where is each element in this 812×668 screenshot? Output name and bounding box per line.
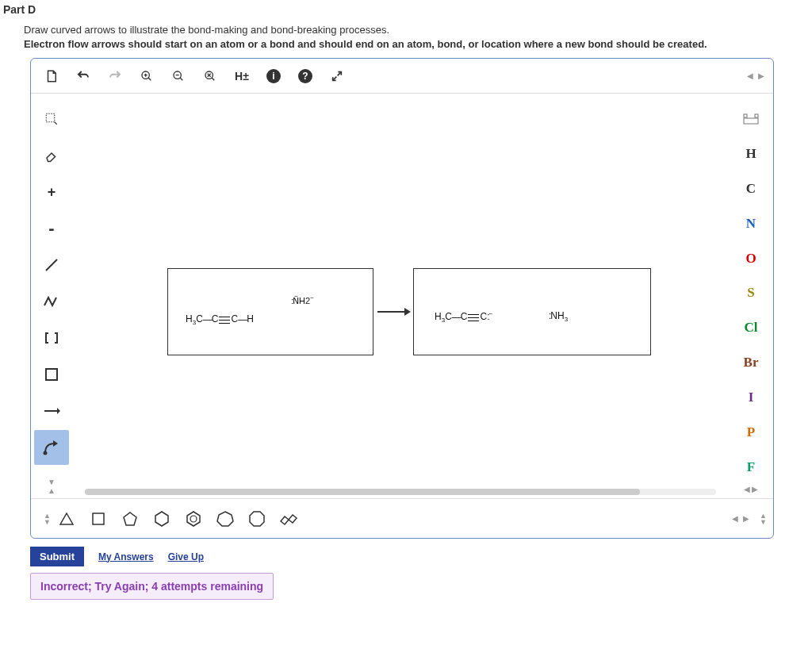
toolbar-prev-icon[interactable]: ◀ xyxy=(745,71,756,80)
svg-marker-8 xyxy=(53,440,58,447)
zoom-reset-icon[interactable] xyxy=(196,62,224,90)
periodic-table-icon[interactable] xyxy=(733,102,769,136)
minus-charge-icon[interactable]: - xyxy=(34,211,69,246)
heptagon-ring-icon[interactable] xyxy=(209,503,241,535)
svg-rect-3 xyxy=(46,113,55,122)
product-ammonia[interactable]: :NH3 xyxy=(549,310,568,323)
svg-marker-21 xyxy=(217,512,233,526)
my-answers-link[interactable]: My Answers xyxy=(98,551,154,562)
marquee-tool-icon[interactable] xyxy=(34,102,69,136)
amide-reagent[interactable]: :N̈H2− xyxy=(291,294,314,306)
chain-tool-icon[interactable] xyxy=(34,284,69,319)
benzene-ring-icon[interactable] xyxy=(178,503,209,535)
svg-rect-12 xyxy=(744,114,747,117)
part-label: Part D xyxy=(3,3,812,16)
h-plus-minus-label: H± xyxy=(235,70,249,83)
drawing-canvas[interactable]: :N̈H2− H3C—CC—H H3C—CC:− :NH3 xyxy=(72,94,729,498)
element-O[interactable]: O xyxy=(733,241,769,276)
instruction-1: Draw curved arrows to illustrate the bon… xyxy=(24,24,812,36)
undo-icon[interactable] xyxy=(69,62,98,90)
element-N[interactable]: N xyxy=(733,206,769,241)
element-palette-nav-icon[interactable]: ◀ ▶ xyxy=(743,485,759,493)
reaction-arrow-tool-icon[interactable] xyxy=(34,394,69,428)
give-up-link[interactable]: Give Up xyxy=(168,551,204,562)
info-icon[interactable]: i xyxy=(259,62,288,90)
new-page-icon[interactable] xyxy=(37,62,66,90)
zoom-out-icon[interactable] xyxy=(164,62,193,90)
element-palette: H C N O S Cl Br I P F ◀ ▶ xyxy=(729,94,773,498)
submit-button[interactable]: Submit xyxy=(30,547,84,566)
element-S[interactable]: S xyxy=(733,276,769,311)
product-box[interactable]: H3C—CC:− :NH3 xyxy=(413,268,651,355)
svg-marker-19 xyxy=(187,512,200,526)
left-toolbar: + - ▼▲ xyxy=(31,94,72,498)
reactant-box[interactable]: :N̈H2− H3C—CC—H xyxy=(167,268,373,355)
svg-rect-14 xyxy=(744,118,758,124)
chair-ring-icon[interactable] xyxy=(273,503,304,535)
svg-marker-7 xyxy=(57,408,60,414)
ring-toolbar-next-icon[interactable]: ▶ xyxy=(741,514,752,523)
svg-rect-16 xyxy=(93,513,104,524)
element-P[interactable]: P xyxy=(733,415,769,450)
h-plus-minus-button[interactable]: H± xyxy=(228,62,256,90)
svg-marker-18 xyxy=(155,512,168,526)
svg-marker-22 xyxy=(250,512,264,526)
svg-marker-15 xyxy=(60,513,73,524)
svg-rect-5 xyxy=(46,369,57,380)
svg-point-9 xyxy=(44,452,47,455)
top-toolbar: H± i ? ◀ ▶ xyxy=(31,59,773,94)
curved-arrow-tool-icon[interactable] xyxy=(34,430,69,465)
zoom-in-icon[interactable] xyxy=(132,62,161,90)
svg-point-20 xyxy=(190,516,197,522)
ring-size-stepper[interactable]: ▲▼ xyxy=(44,513,51,525)
single-bond-tool-icon[interactable] xyxy=(34,248,69,282)
svg-rect-13 xyxy=(755,114,758,117)
eraser-tool-icon[interactable] xyxy=(34,138,69,173)
bracket-tool-icon[interactable] xyxy=(34,321,69,355)
square-ring-icon[interactable] xyxy=(82,503,114,535)
reaction-arrow[interactable] xyxy=(373,305,413,318)
pentagon-ring-icon[interactable] xyxy=(114,503,146,535)
fullscreen-icon[interactable] xyxy=(323,62,351,90)
triangle-ring-icon[interactable] xyxy=(51,503,82,535)
product-acetylide[interactable]: H3C—CC:− xyxy=(435,310,492,324)
box-tool-icon[interactable] xyxy=(34,357,69,392)
feedback-message: Incorrect; Try Again; 4 attempts remaini… xyxy=(30,573,274,600)
octagon-ring-icon[interactable] xyxy=(241,503,273,535)
reactant-molecule[interactable]: H3C—CC—H xyxy=(186,313,254,326)
ring-toolbar: ▲▼ xyxy=(31,498,773,538)
element-C[interactable]: C xyxy=(733,171,769,206)
toolbar-next-icon[interactable]: ▶ xyxy=(756,71,767,80)
plus-charge-icon[interactable]: + xyxy=(34,175,69,209)
redo-icon[interactable] xyxy=(101,62,129,90)
ring-toolbar-prev-icon[interactable]: ◀ xyxy=(730,514,741,523)
svg-marker-17 xyxy=(124,513,136,525)
structure-editor: H± i ? ◀ ▶ + - xyxy=(30,58,774,539)
element-F[interactable]: F xyxy=(733,450,769,485)
svg-line-4 xyxy=(46,259,57,271)
help-icon[interactable]: ? xyxy=(291,62,320,90)
reaction-scheme: :N̈H2− H3C—CC—H H3C—CC:− :NH3 xyxy=(167,268,651,355)
left-toolbar-down-icon[interactable]: ▼▲ xyxy=(46,478,57,495)
svg-marker-11 xyxy=(404,308,411,316)
element-H[interactable]: H xyxy=(733,136,769,171)
submit-row: Submit My Answers Give Up xyxy=(30,547,812,566)
instruction-2: Electron flow arrows should start on an … xyxy=(24,38,812,50)
canvas-scrollbar[interactable] xyxy=(85,489,716,495)
hexagon-ring-icon[interactable] xyxy=(146,503,178,535)
element-Br[interactable]: Br xyxy=(733,345,769,380)
element-Cl[interactable]: Cl xyxy=(733,310,769,345)
ring-toolbar-stepper[interactable]: ▲▼ xyxy=(760,513,767,525)
element-I[interactable]: I xyxy=(733,380,769,415)
